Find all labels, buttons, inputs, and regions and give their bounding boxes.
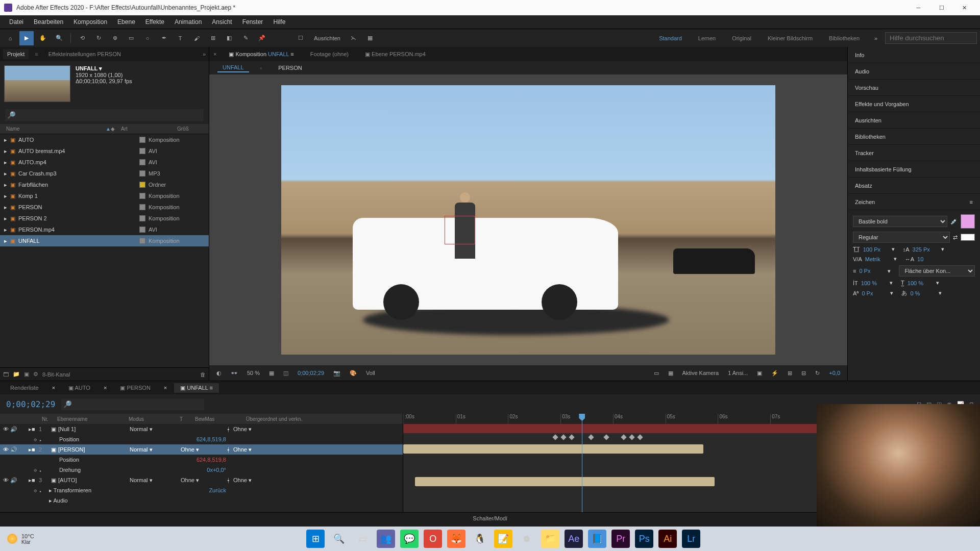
weather-widget[interactable]: 10°C Klar (7, 533, 34, 545)
obs-icon[interactable]: ⏺ (518, 530, 536, 548)
panel-zeichen[interactable]: Zeichen≡ (848, 194, 980, 210)
panel-audio[interactable]: Audio (848, 63, 980, 80)
tab-renderliste[interactable]: Renderliste (4, 383, 45, 392)
app-icon[interactable]: 🐧 (471, 530, 489, 548)
views-dropdown[interactable]: 1 Ansi... (726, 370, 750, 376)
panel-bibliotheken[interactable]: Bibliotheken (848, 129, 980, 145)
eraser-tool-icon[interactable]: ◧ (222, 31, 236, 45)
timeline-sync-icon[interactable]: ⊞ (786, 370, 794, 377)
firefox-icon[interactable]: 🦊 (447, 530, 465, 548)
layer-property[interactable]: ⟐ ▸Drehung0x+0,0° (0, 465, 403, 475)
playhead[interactable] (582, 414, 582, 512)
pixel-aspect-icon[interactable]: ▣ (755, 370, 764, 377)
hand-tool-icon[interactable]: ✋ (36, 31, 50, 45)
transparency-icon[interactable]: ▦ (666, 370, 675, 377)
snap-options-icon[interactable]: ⋋ (347, 31, 361, 45)
layer-row[interactable]: 👁 🔊▸■3▣[AUTO]Normal ▾Ohne ▾⍿Ohne ▾ (0, 475, 403, 485)
stroke-width-value[interactable]: 0 Px (859, 268, 885, 274)
photoshop-icon[interactable]: Ps (635, 530, 653, 548)
close-tab-icon[interactable]: × (213, 51, 216, 57)
project-item[interactable]: ▸▣PERSON.mp4AVI (0, 224, 209, 235)
font-style-dropdown[interactable]: Regular (853, 232, 950, 243)
menu-bearbeiten[interactable]: Bearbeiten (29, 16, 68, 28)
baseline-shift-value[interactable]: 0 Px (862, 290, 887, 296)
zoom-tool-icon[interactable]: 🔍 (52, 31, 66, 45)
channel-icon[interactable]: 👓 (229, 370, 240, 377)
project-list[interactable]: ▸▣AUTOKomposition▸▣AUTO bremst.mp4AVI▸▣A… (0, 134, 209, 367)
menu-ansicht[interactable]: Ansicht (207, 16, 237, 28)
panel-absatz[interactable]: Absatz (848, 178, 980, 194)
menu-datei[interactable]: Datei (4, 16, 29, 28)
layer-property[interactable]: ▸ Audio (0, 495, 403, 506)
close-tab-icon[interactable]: × (52, 385, 55, 391)
layer-bar-person[interactable] (403, 444, 703, 454)
new-folder-icon[interactable]: 📁 (13, 371, 20, 378)
menu-ebene[interactable]: Ebene (112, 16, 140, 28)
home-icon[interactable]: ⌂ (3, 31, 17, 45)
menu-fenster[interactable]: Fenster (237, 16, 268, 28)
anchor-tool-icon[interactable]: ⊕ (108, 31, 122, 45)
menu-animation[interactable]: Animation (169, 16, 207, 28)
eyedropper-icon[interactable]: 💉 (950, 218, 958, 225)
menu-effekte[interactable]: Effekte (140, 16, 169, 28)
breadcrumb-unfall[interactable]: UNFALL (217, 63, 249, 72)
stroke-color-swatch[interactable] (961, 234, 975, 241)
help-search-input[interactable] (885, 32, 977, 44)
menu-hilfe[interactable]: Hilfe (268, 16, 290, 28)
interpret-icon[interactable]: 🗔 (3, 371, 9, 378)
exposure-value[interactable]: +0,0 (827, 370, 842, 376)
timeline-search-input[interactable] (61, 398, 204, 410)
selection-tool-icon[interactable]: ▶ (19, 31, 34, 45)
col-type[interactable]: Art (121, 126, 177, 132)
project-item[interactable]: ▸▣PERSONKomposition (0, 202, 209, 213)
roto-tool-icon[interactable]: ✎ (238, 31, 253, 45)
tracking-value[interactable]: 10 (917, 256, 943, 262)
trash-icon[interactable]: 🗑 (200, 371, 206, 378)
layer-row[interactable]: 👁 🔊▸■2▣[PERSON]Normal ▾Ohne ▾⍿Ohne ▾ (0, 444, 403, 455)
taskbar[interactable]: 10°C Klar ⊞ 🔍 ▭ 👥 💬 O 🦊 🐧 📝 ⏺ 📁 Ae 📘 Pr … (0, 527, 980, 551)
brush-tool-icon[interactable]: 🖌 (189, 31, 204, 45)
keyframe-icon[interactable] (552, 434, 558, 440)
workspace-standard[interactable]: Standard (652, 35, 689, 41)
close-tab-icon[interactable]: × (164, 385, 167, 391)
panel-tracker[interactable]: Tracker (848, 145, 980, 161)
col-name[interactable]: Name (6, 126, 106, 132)
project-item[interactable]: ▸▣AUTO.mp4AVI (0, 157, 209, 168)
after-effects-icon[interactable]: Ae (565, 530, 583, 548)
selection-outline[interactable] (445, 216, 475, 244)
ellipse-tool-icon[interactable]: ○ (140, 31, 155, 45)
font-family-dropdown[interactable]: Bastile bold (853, 216, 947, 227)
flowchart-icon[interactable]: ⊟ (799, 370, 808, 377)
start-button[interactable]: ⊞ (306, 530, 325, 548)
layer-property[interactable]: ⟐ ▸Position624,8,519,8 (0, 434, 403, 444)
roi-icon[interactable]: ▭ (652, 370, 661, 377)
panel-info[interactable]: Info (848, 47, 980, 63)
sort-icon[interactable]: ▲ (106, 126, 111, 132)
close-tab-icon[interactable]: × (104, 385, 107, 391)
project-item[interactable]: ▸▣AUTO bremst.mp4AVI (0, 145, 209, 157)
color-mgmt-icon[interactable]: 🎨 (348, 370, 359, 377)
settings-icon[interactable]: ⚙ (33, 371, 38, 378)
puppet-tool-icon[interactable]: 📌 (255, 31, 269, 45)
tab-footage[interactable]: Footage (ohne) (306, 49, 353, 59)
teams-icon[interactable]: 👥 (377, 530, 395, 548)
layer-row[interactable]: 👁 🔊▸■1▣[Null 1]Normal ▾ ⍿Ohne ▾ (0, 424, 403, 434)
timeline-timecode[interactable]: 0;00;02;29 (6, 399, 55, 409)
mask-icon[interactable]: ◫ (281, 370, 290, 377)
illustrator-icon[interactable]: Ai (658, 530, 677, 548)
swap-color-icon[interactable]: ⇄ (953, 234, 958, 241)
project-search-input[interactable] (5, 109, 204, 121)
proxy-icon[interactable]: ▦ (363, 31, 377, 45)
layer-property[interactable]: ⟐ ▸▸ TransformierenZurück (0, 485, 403, 495)
orbit-tool-icon[interactable]: ⟲ (75, 31, 89, 45)
fast-preview-icon[interactable]: ⚡ (769, 370, 780, 377)
project-item[interactable]: ▸▣Car Crash.mp3MP3 (0, 168, 209, 179)
stamp-tool-icon[interactable]: ⊞ (206, 31, 220, 45)
workspace-lernen[interactable]: Lernen (691, 35, 723, 41)
lightroom-icon[interactable]: Lr (682, 530, 700, 548)
switches-modes-toggle[interactable]: Schalter/Modi (473, 515, 507, 521)
composition-viewer[interactable] (209, 74, 847, 365)
panel-vorschau[interactable]: Vorschau (848, 80, 980, 96)
project-item[interactable]: ▸▣AUTOKomposition (0, 134, 209, 145)
zoom-dropdown[interactable]: 50 % (245, 370, 262, 376)
